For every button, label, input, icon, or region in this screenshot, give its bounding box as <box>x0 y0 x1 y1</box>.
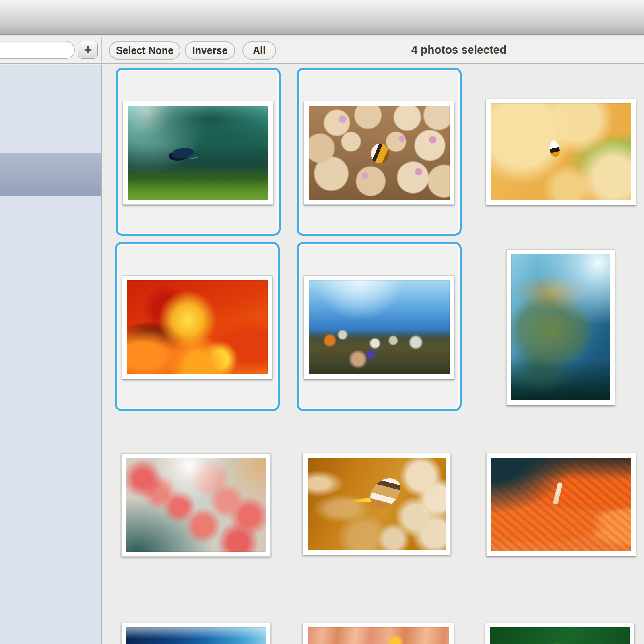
photo-thumbnail <box>304 101 454 205</box>
coral-reef-seascape-photo <box>309 280 450 374</box>
photo-thumbnail <box>122 275 272 379</box>
photo-thumbnail <box>506 249 615 405</box>
bubble-anemone-clownfish-photo <box>309 106 450 200</box>
photo-tile[interactable] <box>303 453 451 555</box>
photo-tile-selected[interactable] <box>297 242 462 411</box>
search-input[interactable] <box>0 41 75 59</box>
select-all-button[interactable]: All <box>242 41 276 60</box>
photo-thumbnail <box>123 101 273 205</box>
pink-soft-coral-photo <box>126 458 266 552</box>
sidebar <box>0 65 102 644</box>
photo-thumbnail <box>303 623 454 644</box>
photo-tile[interactable] <box>121 623 271 644</box>
photo-tile[interactable] <box>486 99 636 205</box>
toolbar-divider <box>101 37 102 64</box>
photo-tile-selected[interactable] <box>115 242 280 411</box>
clownfish-in-anemone-photo <box>308 458 446 550</box>
toolbar: + Select None Inverse All 4 photos selec… <box>0 37 644 64</box>
photo-thumbnail <box>121 623 271 644</box>
photo-thumbnail <box>485 623 634 644</box>
photo-thumbnail <box>486 453 636 556</box>
photo-thumbnail <box>303 453 451 555</box>
scuba-diver-seagrass-photo <box>128 106 268 200</box>
select-none-button[interactable]: Select None <box>109 41 180 60</box>
photo-tile[interactable] <box>303 623 454 644</box>
selection-status-text: 4 photos selected <box>282 37 636 64</box>
anemone-tentacles-photo <box>308 627 449 644</box>
photo-tile[interactable] <box>121 453 271 557</box>
photo-tile[interactable] <box>506 249 615 405</box>
golden-anemone-fish-photo <box>491 103 631 200</box>
inverse-button[interactable]: Inverse <box>185 41 235 60</box>
photo-grid <box>102 65 644 644</box>
red-orange-coral-closeup-photo <box>127 280 268 374</box>
sidebar-selected-row[interactable] <box>0 153 101 196</box>
photo-tile[interactable] <box>486 453 636 556</box>
photo-thumbnail <box>121 453 271 557</box>
orange-starfish-shrimp-photo <box>491 458 631 551</box>
window-title-bar <box>0 0 644 35</box>
open-blue-water-photo <box>126 627 266 644</box>
photo-tile-selected[interactable] <box>116 68 281 236</box>
photo-thumbnail <box>486 99 636 205</box>
fish-on-green-photo <box>490 627 630 644</box>
photo-tile[interactable] <box>485 623 634 644</box>
add-button[interactable]: + <box>78 41 98 59</box>
photo-tile-selected[interactable] <box>297 68 462 236</box>
photo-thumbnail <box>304 275 454 379</box>
sea-fan-coral-photo <box>511 254 610 400</box>
